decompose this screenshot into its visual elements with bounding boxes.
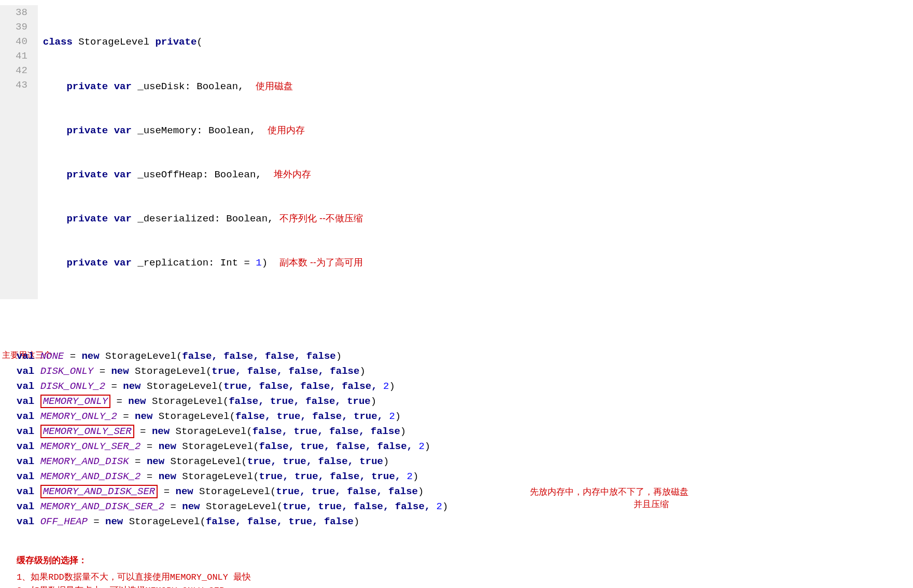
code-line: private var _useMemory: Boolean, 使用内存 [43, 123, 363, 137]
inline-note: 不序列化 --不做压缩 [279, 213, 363, 223]
inline-note: 使用内存 [268, 125, 305, 135]
replication-number: 2 [407, 471, 413, 482]
keyword-val: val [17, 486, 34, 497]
note-item: 2、如果数据量有点大，可以选择MEMORY_ONLY_SER [17, 584, 913, 588]
storage-level-name: OFF_HEAP [40, 516, 88, 527]
code-lines: class StorageLevel private( private var … [38, 5, 363, 299]
keyword-new: new [128, 396, 146, 407]
storage-level-args: false, false, true, false [206, 516, 354, 527]
storage-level-row: val NONE = new StorageLevel(false, false… [17, 349, 913, 364]
keyword-new: new [159, 471, 176, 482]
code-line: private var _useDisk: Boolean, 使用磁盘 [43, 79, 363, 93]
storage-level-args: true, false, false, false [212, 366, 359, 377]
keyword-val: val [17, 456, 34, 467]
storage-level-row: val MEMORY_ONLY = new StorageLevel(false… [17, 394, 913, 409]
storage-level-row: val OFF_HEAP = new StorageLevel(false, f… [17, 514, 913, 529]
keyword-val: val [17, 471, 34, 482]
keyword-val: val [17, 396, 34, 407]
storage-level-name: MEMORY_AND_DISK_SER_2 [40, 501, 164, 512]
line-number-gutter: 38 39 40 41 42 43 [0, 5, 38, 299]
keyword-new: new [135, 411, 152, 422]
storage-level-name: MEMORY_ONLY [40, 395, 110, 408]
storage-level-args: true, true, false, false, [283, 501, 436, 512]
keyword-new: new [147, 456, 164, 467]
code-line: private var _useOffHeap: Boolean, 堆外内存 [43, 167, 363, 181]
storage-level-name: MEMORY_AND_DISK [40, 456, 129, 467]
note-item: 1、如果RDD数据量不大，可以直接使用MEMORY_ONLY 最快 [17, 571, 913, 584]
inline-note: 副本数 --为了高可用 [279, 257, 363, 268]
storage-level-args: true, false, false, false, [223, 381, 383, 392]
storage-level-row: val MEMORY_AND_DISK_SER = new StorageLev… [17, 484, 913, 499]
line-number: 40 [16, 34, 27, 49]
storage-level-row: val DISK_ONLY = new StorageLevel(true, f… [17, 364, 913, 379]
storage-level-row: val MEMORY_ONLY_2 = new StorageLevel(fal… [17, 409, 913, 424]
keyword-new: new [182, 501, 200, 512]
storage-level-args: true, true, false, true, [259, 471, 407, 482]
storage-level-name: MEMORY_ONLY_SER [40, 425, 134, 438]
side-annotation: 主要用这三个 [2, 350, 11, 360]
keyword-val: val [17, 381, 34, 392]
storage-level-name: MEMORY_ONLY_2 [40, 411, 117, 422]
keyword-new: new [159, 441, 176, 452]
keyword-val: val [17, 366, 34, 377]
line-number: 41 [16, 49, 27, 63]
storage-level-args: false, false, false, false [182, 351, 335, 362]
storage-level-name: MEMORY_AND_DISK_2 [40, 471, 141, 482]
replication-number: 2 [383, 381, 389, 392]
storage-level-args: false, true, false, true, [235, 411, 389, 422]
storage-level-args: true, true, false, true [247, 456, 383, 467]
code-line: private var _replication: Int = 1) 副本数 -… [43, 255, 363, 270]
storage-levels-block: 主要用这三个 val NONE = new StorageLevel(false… [17, 304, 913, 544]
storage-level-args: false, true, false, false [252, 426, 400, 437]
storage-level-args: true, true, false, false [276, 486, 418, 497]
storage-level-name: NONE [40, 351, 64, 362]
storage-level-row: val MEMORY_AND_DISK = new StorageLevel(t… [17, 454, 913, 469]
storage-level-row: val MEMORY_AND_DISK_2 = new StorageLevel… [17, 469, 913, 484]
keyword-val: val [17, 441, 34, 452]
notes-section: 缓存级别的选择： 1、如果RDD数据量不大，可以直接使用MEMORY_ONLY … [17, 554, 913, 588]
keyword-new: new [175, 486, 193, 497]
storage-level-row: val MEMORY_ONLY_SER = new StorageLevel(f… [17, 424, 913, 439]
storage-level-name: MEMORY_AND_DISK_SER [40, 485, 158, 498]
keyword-new: new [123, 381, 141, 392]
keyword-val: val [17, 351, 34, 362]
keyword-val: val [17, 411, 34, 422]
replication-number: 2 [418, 441, 424, 452]
storage-level-name: MEMORY_ONLY_SER_2 [40, 441, 141, 452]
storage-level-row: val DISK_ONLY_2 = new StorageLevel(true,… [17, 379, 913, 394]
keyword-val: val [17, 426, 34, 437]
keyword-new: new [152, 426, 170, 437]
keyword-new: new [111, 366, 129, 377]
storage-level-args: false, true, false, false, [259, 441, 419, 452]
storage-level-name: DISK_ONLY [40, 366, 94, 377]
storage-level-args: false, true, false, true [229, 396, 371, 407]
code-line: private var _deserialized: Boolean, 不序列化… [43, 211, 363, 226]
storage-level-row: val MEMORY_ONLY_SER_2 = new StorageLevel… [17, 439, 913, 454]
inline-note: 堆外内存 [274, 169, 311, 179]
replication-number: 2 [437, 501, 442, 512]
line-number: 39 [16, 20, 27, 34]
replication-number: 2 [389, 411, 395, 422]
keyword-new: new [81, 351, 99, 362]
notes-title: 缓存级别的选择： [17, 554, 913, 568]
storage-level-row: val MEMORY_AND_DISK_SER_2 = new StorageL… [17, 499, 913, 514]
keyword-val: val [17, 501, 34, 512]
line-number: 42 [16, 63, 27, 78]
line-number: 43 [16, 78, 27, 92]
code-line: class StorageLevel private( [43, 35, 363, 49]
line-number: 38 [16, 5, 27, 20]
storage-level-name: DISK_ONLY_2 [40, 381, 105, 392]
keyword-new: new [105, 516, 123, 527]
class-definition-block: 38 39 40 41 42 43 class StorageLevel pri… [0, 5, 913, 299]
inline-note: 使用磁盘 [256, 81, 293, 91]
keyword-val: val [17, 516, 34, 527]
